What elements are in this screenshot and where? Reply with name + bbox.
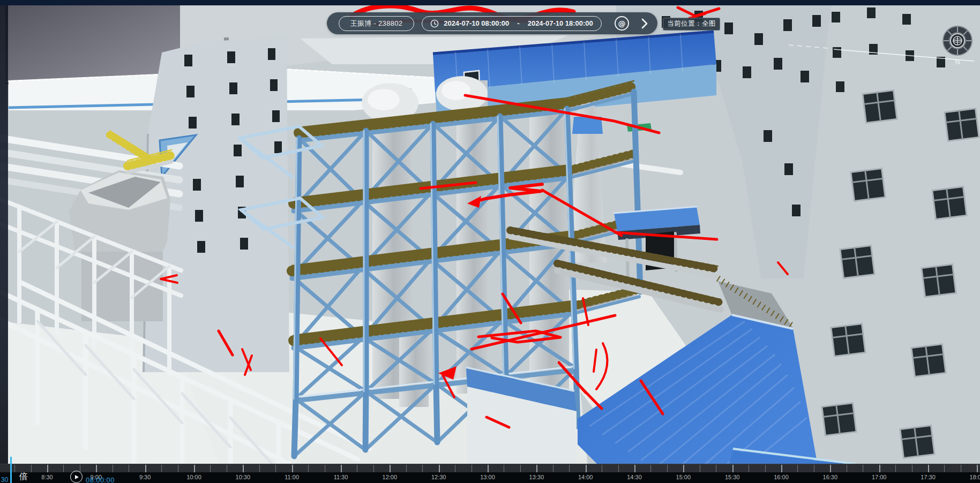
timeline-tick [472,465,472,472]
timeline-tick [977,465,978,472]
speed-selector[interactable]: 倍数 [19,471,28,483]
locate-button[interactable]: @ [615,16,629,31]
current-location-badge: 当前位置：全图 [663,18,720,31]
timeline-tick-label: 9:30 [139,474,151,480]
timeline-tick [308,465,309,472]
timeline-tick [504,465,504,472]
timeline-tick [390,465,391,472]
timeline-tick [210,465,211,472]
timeline-tick [325,465,325,472]
timeline-tick-label: 10:00 [186,474,201,480]
timeline-tick-label: 11:00 [285,474,299,480]
timeline-tick [749,465,749,472]
timeline-labels: 8:309:009:3010:0010:3011:0011:3012:0012:… [0,472,980,483]
timeline-tick [161,465,162,472]
play-icon [75,475,79,479]
chevron-right-icon [641,18,648,29]
timeline-tick [536,465,537,472]
time-end: 2024-07-10 18:00:00 [528,19,593,27]
timeline-tick [781,465,782,472]
compass-north-label: N [955,58,960,66]
timeline-tick-label: 14:00 [578,474,593,480]
timeline-tick [814,465,814,472]
timeline-tick-label: 12:00 [383,474,398,480]
timeline-tick [63,465,64,472]
timeline-tick [357,465,357,472]
timeline-tick-label: 17:00 [872,474,887,480]
play-button[interactable] [70,471,83,483]
timeline-tick [145,465,146,472]
timeline-tick [47,465,48,472]
timeline-tick [488,465,489,472]
timeline-tick [634,465,635,472]
timeline-tick-label: 8:30 [41,474,53,480]
timeline-tick-label: 11:30 [334,474,348,480]
time-range-picker[interactable]: 2024-07-10 08:00:00 - 2024-07-10 18:00:0… [422,16,602,31]
timeline-tick [797,465,798,472]
time-start: 2024-07-10 08:00:00 [444,19,509,27]
timeline-tick [650,465,651,472]
timeline-tick [879,465,880,472]
timeline-tick-label: 14:30 [627,474,642,480]
timeline-tick-label: 17:30 [921,474,936,480]
timeline-tick [96,465,97,472]
timeline-tick [292,465,293,472]
timeline-tick [178,465,178,472]
timeline-tick [80,465,80,472]
timeline-tick [944,465,945,472]
timeline-tick-label: 10:30 [236,474,251,480]
timeline-tick-label: 16:30 [823,474,838,480]
time-separator: - [514,19,522,27]
window-left-border [0,0,8,483]
timeline-tick [31,465,32,472]
compass-icon: N [938,21,977,67]
compass-navigation[interactable]: N [938,21,977,70]
timeline-tick [586,465,587,472]
timeline-track[interactable] [0,464,980,473]
timeline-tick [716,465,716,472]
timeline-tick [732,465,734,472]
timeline-tick [455,465,455,472]
locate-icon: @ [618,20,626,27]
timeline-tick [439,465,440,472]
timeline-tick-label: 18:00 [970,474,980,480]
timeline-tick-label: 15:30 [725,474,740,480]
clipped-speed-value: 30 [1,476,8,483]
playback-current-time: 08:00:00 [86,476,115,483]
timeline-tick [259,465,260,472]
timeline-tick [667,465,668,472]
timeline-tick [602,465,602,472]
timeline-tick [194,465,195,472]
scene-render [0,0,980,483]
timeline-tick [765,465,766,472]
timeline-tick [275,465,276,472]
timeline-tick [618,465,619,472]
timeline-tick [520,465,521,472]
timeline-tick [683,465,684,472]
timeline-tick [406,465,407,472]
playback-toolbar: 王振博 - 238802 2024-07-10 08:00:00 - 2024-… [327,12,657,34]
scene-3d-canvas[interactable] [0,0,980,483]
timeline-tick-label: 16:00 [774,474,789,480]
timeline-tick [961,465,961,472]
timeline-tick [553,465,553,472]
timeline-tick [700,465,700,472]
person-selector[interactable]: 王振博 - 238802 [339,16,414,31]
timeline-tick-label: 12:30 [431,474,446,480]
timeline-tick [569,465,570,472]
next-button[interactable] [640,17,649,31]
timeline: 8:309:009:3010:0010:3011:0011:3012:0012:… [0,464,980,483]
timeline-tick [341,465,342,472]
timeline-tick [243,465,244,472]
timeline-tick [830,465,831,472]
timeline-tick [373,465,374,472]
timeline-tick-label: 13:00 [480,474,495,480]
timeline-tick [895,465,896,472]
current-location-label: 当前位置：全图 [667,20,716,27]
timeline-playhead[interactable] [10,457,12,483]
timeline-tick-label: 15:00 [676,474,691,480]
timeline-tick [14,465,15,472]
person-label: 王振博 - 238802 [350,19,403,28]
timeline-tick [912,465,912,472]
timeline-tick [847,465,847,472]
